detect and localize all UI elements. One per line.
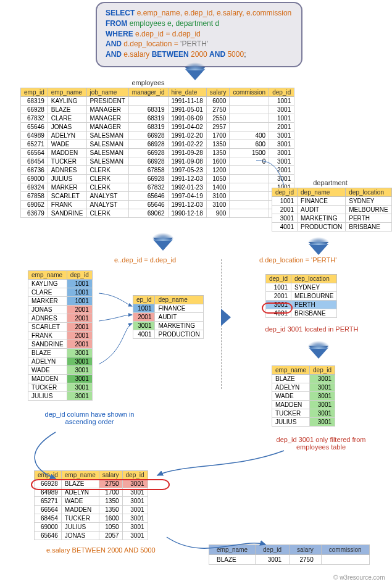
- cell: 1600: [206, 157, 230, 166]
- sql-tables: employees e, department d: [130, 19, 219, 28]
- kw-and3: AND: [209, 50, 227, 59]
- table-row: 65646JONASMANAGER683191991-04-0229572001: [21, 123, 294, 131]
- cell: 1001: [67, 288, 92, 297]
- cell: 67858: [21, 192, 48, 201]
- cell: 1991-09-28: [168, 149, 206, 157]
- cell: SANDRINE: [48, 209, 86, 218]
- cell: 2001: [67, 340, 92, 349]
- dep-small-table: ep_iddep_name1001FINANCE2001AUDIT3001MAR…: [133, 295, 204, 339]
- table-row: 4001PRODUCTIONBRISBANE: [272, 223, 392, 232]
- cell: MARKETING: [298, 214, 346, 223]
- col-header: ep_id: [133, 296, 155, 304]
- table-row: 66564MADDENSALESMAN669281991-09-28135015…: [21, 149, 294, 157]
- cell: 1001: [133, 304, 155, 313]
- table-row: JULIUS3001: [272, 418, 335, 427]
- cell: 68454: [21, 157, 48, 166]
- table-row: 3001PERTH: [266, 301, 337, 309]
- arrow-right-icon: [221, 309, 231, 326]
- kw-where: WHERE: [106, 30, 135, 38]
- cell: 3001: [67, 375, 92, 383]
- cell: 3001: [122, 480, 148, 488]
- employees-title: employees: [111, 79, 185, 86]
- cell: [230, 175, 269, 183]
- sql-line-4: AND d.dep_location = 'PERTH': [106, 39, 293, 49]
- table-row: BLAZE30012750: [209, 555, 370, 565]
- cell: BLAZE: [272, 375, 310, 383]
- diagram-canvas: SELECT e.emp_name, e.dep_id, e.salary, e…: [0, 0, 392, 584]
- table-row: 66928BLAZE27503001: [35, 480, 148, 488]
- cell: JONAS: [28, 306, 67, 314]
- cell: 67832: [128, 183, 168, 192]
- watermark: © w3resource.com: [333, 574, 385, 581]
- table-row: 2001AUDIT: [133, 313, 204, 322]
- table-row: 68454TUCKER16003001: [35, 514, 148, 523]
- sql-str-perth: 'PERTH': [180, 40, 208, 48]
- cell: MARKETING: [155, 322, 203, 330]
- cell: 3001: [133, 322, 155, 330]
- cell: 2001: [269, 123, 294, 131]
- cell: 3001: [310, 401, 335, 409]
- kw-between: BETWEEN: [152, 50, 191, 59]
- cell: 1991-05-01: [168, 106, 206, 114]
- emp-3001-table: emp_namedep_idBLAZE3001ADELYN3001WADE300…: [272, 365, 335, 427]
- table-row: 2001AUDITMELBOURNE: [272, 206, 392, 214]
- cell: [321, 555, 369, 565]
- cell: PRESIDENT: [86, 97, 128, 106]
- table-row: 1001FINANCESYDNEY: [272, 197, 392, 206]
- cell: CLERK: [86, 183, 128, 192]
- cell: JULIUS: [272, 418, 310, 427]
- employees-table-wrap: emp_idemp_namejob_namemanager_idhire_dat…: [20, 88, 294, 218]
- col-header: manager_id: [128, 88, 168, 97]
- cell: WADE: [61, 497, 99, 506]
- cell: 1991-02-22: [168, 140, 206, 149]
- cell: JULIUS: [28, 392, 67, 401]
- table-row: TUCKER3001: [28, 383, 93, 392]
- sql-cols: e.emp_name, e.dep_id, e.salary, e.commis…: [137, 9, 292, 17]
- caption-between: e.salary BETWEEN 2000 AND 5000: [46, 546, 156, 554]
- cell: ADELYN: [61, 488, 99, 497]
- cell: 3001: [269, 140, 294, 149]
- cell: SYDNEY: [291, 283, 337, 292]
- cell: CLERK: [86, 175, 128, 183]
- table-row: 69000JULIUSCLERK669281991-12-0310503001: [21, 175, 294, 183]
- cell: MELBOURNE: [291, 292, 337, 301]
- cell: 66928: [128, 149, 168, 157]
- sql-line-5: AND e.salary BETWEEN 2000 AND 5000;: [106, 49, 293, 60]
- cell: JONAS: [48, 123, 86, 131]
- cell: ADELYN: [48, 131, 86, 140]
- cell: 3001: [122, 514, 148, 523]
- table-row: 68736ADNRESCLERK678581997-05-2312002001: [21, 166, 294, 175]
- cell: 1350: [206, 149, 230, 157]
- cell: 3001: [310, 375, 335, 383]
- cell: 1400: [206, 183, 230, 192]
- table-row: 65271WADE13503001: [35, 497, 148, 506]
- department-table: dep_iddep_namedep_location1001FINANCESYD…: [272, 188, 392, 232]
- cell: BLAZE: [48, 106, 86, 114]
- cell: CLERK: [86, 166, 128, 175]
- col-header: dep_name: [298, 188, 346, 197]
- cell: 3001: [122, 497, 148, 506]
- cell: 1001: [67, 280, 92, 288]
- col-header: emp_name: [48, 88, 86, 97]
- table-row: 68454TUCKERSALESMAN669281991-09-08160003…: [21, 157, 294, 166]
- cell: AUDIT: [298, 206, 346, 214]
- cell: TUCKER: [48, 157, 86, 166]
- col-header: emp_name: [272, 366, 310, 375]
- emp-sorted-table: emp_namedep_idKAYLING1001CLARE1001MARKER…: [28, 270, 93, 401]
- col-header: salary: [99, 471, 122, 480]
- table-row: 65646JONAS20573001: [35, 532, 148, 540]
- cell: FINANCE: [298, 197, 346, 206]
- table-row: TUCKER3001: [272, 409, 335, 418]
- emp-sorted-wrap: emp_namedep_idKAYLING1001CLARE1001MARKER…: [28, 270, 93, 401]
- cell: SCARLET: [28, 323, 67, 332]
- cell: 3001: [269, 175, 294, 183]
- sql-v2: 5000: [227, 50, 244, 59]
- cell: BRISBANE: [291, 309, 337, 318]
- cell: KAYLING: [28, 280, 67, 288]
- cell: MANAGER: [86, 114, 128, 123]
- cell: 65271: [21, 140, 48, 149]
- employees-table: emp_idemp_namejob_namemanager_idhire_dat…: [20, 88, 294, 218]
- dep-small-wrap: ep_iddep_name1001FINANCE2001AUDIT3001MAR…: [133, 295, 204, 339]
- dep-loc-wrap: dep_iddep_location1001SYDNEY2001MELBOURN…: [265, 274, 337, 318]
- cell: 4001: [272, 223, 298, 232]
